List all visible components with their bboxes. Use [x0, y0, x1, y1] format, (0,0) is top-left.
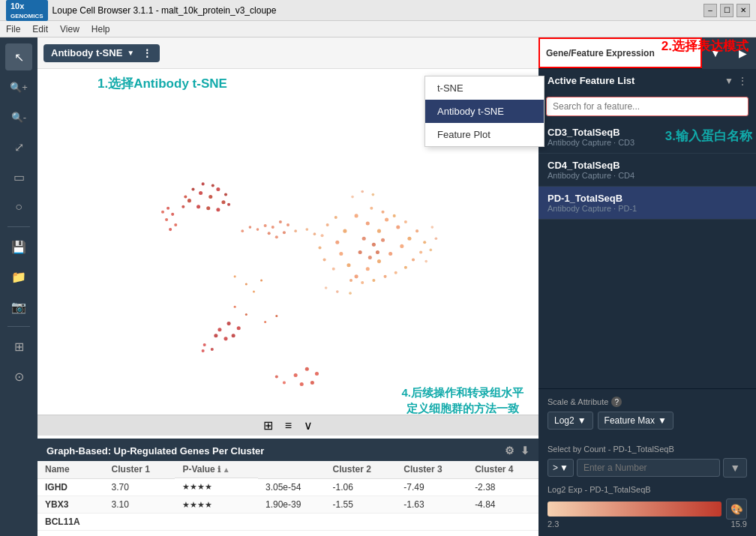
svg-point-74	[272, 226, 274, 229]
gene-feature-button[interactable]: Gene/Feature Expression	[538, 37, 702, 68]
svg-point-93	[203, 343, 206, 346]
maximize-button[interactable]: ☐	[720, 4, 734, 17]
row-ybx3-pvalue: 1.90e-39	[258, 496, 326, 513]
close-button[interactable]: ✕	[736, 4, 750, 17]
tool-rect-select[interactable]: ▭	[5, 163, 32, 190]
view-dropdown-button[interactable]: Antibody t-SNE ▼ ⋮	[44, 44, 160, 62]
row-ighd-cluster2: -1.06	[326, 478, 397, 496]
svg-point-72	[161, 211, 164, 214]
view-dropdown-label: Antibody t-SNE	[51, 47, 122, 58]
view-dropdown-menu: t-SNE Antibody t-SNE Feature Plot	[424, 76, 544, 147]
filter-icon[interactable]: ⚙	[505, 445, 514, 457]
svg-point-17	[370, 207, 373, 210]
view-nav-controls: ⊞ ≡ ∨	[263, 418, 313, 433]
svg-point-63	[212, 184, 214, 187]
scale-select-log2[interactable]: Log2 ▼	[548, 412, 593, 430]
feature-list-more-icon[interactable]: ⋮	[738, 76, 747, 86]
svg-point-98	[315, 372, 319, 376]
scale-controls: Log2 ▼ Feature Max ▼	[548, 412, 747, 430]
tool-zoom-in[interactable]: 🔍+	[5, 73, 32, 100]
dropdown-item-antibody-tsne[interactable]: Antibody t-SNE	[425, 100, 544, 123]
feature-item-pd1-name: PD-1_TotalSeqB	[548, 193, 747, 204]
minimize-button[interactable]: –	[704, 4, 717, 17]
svg-point-34	[321, 234, 324, 237]
view-dropdown-container: Antibody t-SNE ▼ ⋮ t-SNE Antibody t-SNE …	[44, 44, 160, 62]
svg-point-64	[224, 193, 227, 196]
row-ighd-cluster4: -2.38	[467, 478, 538, 496]
svg-point-31	[332, 268, 335, 271]
view-grid-button[interactable]: ⊞	[263, 418, 273, 433]
svg-point-86	[256, 228, 260, 231]
svg-point-21	[416, 229, 418, 232]
tool-zoom-out[interactable]: 🔍-	[5, 103, 32, 130]
feature-item-cd3[interactable]: CD3_TotalSeqB Antibody Capture · CD3	[538, 121, 756, 154]
svg-point-40	[424, 260, 428, 263]
svg-point-44	[325, 286, 328, 289]
tool-folder[interactable]: 📁	[5, 263, 32, 290]
svg-point-4	[377, 229, 381, 233]
gene-table-container: Name Cluster 1 P-Value ℹ ▲ Cluster 2 Clu…	[38, 461, 538, 531]
menu-edit[interactable]: Edit	[32, 24, 48, 34]
menu-bar: File Edit View Help	[0, 21, 756, 37]
color-picker-button[interactable]: 🎨	[726, 499, 747, 520]
svg-point-10	[377, 259, 381, 263]
main-container: ↖ 🔍+ 🔍- ⤢ ▭ ○ 💾 📁 📷 ⊞ ⊙ 1.选择Antibody t-S…	[0, 37, 756, 536]
svg-point-22	[423, 241, 426, 244]
bottom-panel-controls: ⚙ ⬇	[505, 445, 530, 457]
menu-file[interactable]: File	[6, 24, 20, 34]
search-input[interactable]	[546, 97, 748, 116]
col-header-stars	[258, 461, 326, 478]
color-bar-labels: 2.3 15.9	[548, 520, 747, 529]
svg-point-91	[224, 337, 227, 340]
svg-point-92	[214, 334, 218, 337]
row-ighd-name: IGHD	[38, 478, 104, 496]
tool-save[interactable]: 💾	[5, 233, 32, 260]
top-toolbar: 1.选择Antibody t-SNE Antibody t-SNE ▼ ⋮ t-…	[38, 37, 538, 69]
sort-asc-icon[interactable]: ▲	[223, 466, 230, 474]
download-icon[interactable]: ⬇	[520, 445, 530, 457]
view-list-button[interactable]: ≡	[285, 418, 292, 433]
svg-point-14	[339, 252, 343, 256]
svg-point-38	[435, 237, 438, 240]
menu-view[interactable]: View	[60, 24, 80, 34]
svg-point-2	[355, 214, 358, 217]
tool-camera[interactable]: 📷	[5, 293, 32, 320]
feature-item-cd4-sub: Antibody Capture · CD4	[548, 171, 747, 180]
tool-fullscreen[interactable]: ⤢	[5, 133, 32, 160]
feature-item-pd1-sub: Antibody Capture · PD-1	[548, 204, 747, 213]
svg-point-58	[216, 208, 220, 211]
feature-item-pd1[interactable]: PD-1_TotalSeqB Antibody Capture · PD-1	[538, 187, 756, 220]
table-row: YBX3 3.10 ★★★★ 1.90e-39 -1.55 -1.63 -4.8…	[38, 496, 538, 513]
svg-point-102	[275, 375, 278, 378]
svg-point-8	[400, 244, 404, 248]
tool-circle[interactable]: ⊙	[5, 363, 32, 390]
view-chevron-button[interactable]: ∨	[304, 418, 313, 433]
menu-help[interactable]: Help	[92, 24, 110, 34]
dropdown-item-tsne[interactable]: t-SNE	[425, 76, 544, 100]
count-operator-select[interactable]: > ▼	[548, 459, 574, 477]
title-bar-title: Loupe Cell Browser 3.1.1 - malt_10k_prot…	[52, 5, 277, 16]
count-number-input[interactable]	[577, 459, 720, 477]
gene-feature-expand-button[interactable]: ▶	[729, 37, 756, 69]
feature-item-cd4[interactable]: CD4_TotalSeqB Antibody Capture · CD4	[538, 154, 756, 187]
svg-point-107	[234, 306, 236, 308]
tool-lasso[interactable]: ○	[5, 193, 32, 220]
svg-point-47	[362, 237, 366, 241]
scale-select-attr[interactable]: Feature Max ▼	[598, 412, 674, 430]
tool-select[interactable]: ↖	[5, 43, 32, 70]
gene-feature-dropdown-button[interactable]: ▼	[702, 37, 729, 69]
count-filter-button[interactable]: ▼	[723, 458, 747, 478]
svg-point-5	[385, 217, 388, 221]
feature-list-dropdown-icon[interactable]: ▼	[724, 76, 734, 86]
svg-point-95	[202, 349, 205, 352]
row-ybx3-cluster2: -1.55	[326, 496, 397, 513]
col-header-cluster1: Cluster 1	[104, 461, 176, 478]
tool-grid[interactable]: ⊞	[5, 333, 32, 360]
svg-point-55	[208, 195, 212, 199]
svg-point-66	[184, 196, 187, 199]
dropdown-caret-icon: ▼	[127, 49, 134, 57]
svg-point-7	[407, 237, 411, 241]
scale-label: Scale & Attribute ?	[548, 397, 747, 407]
svg-point-51	[368, 256, 372, 259]
dropdown-item-feature-plot[interactable]: Feature Plot	[425, 123, 544, 146]
